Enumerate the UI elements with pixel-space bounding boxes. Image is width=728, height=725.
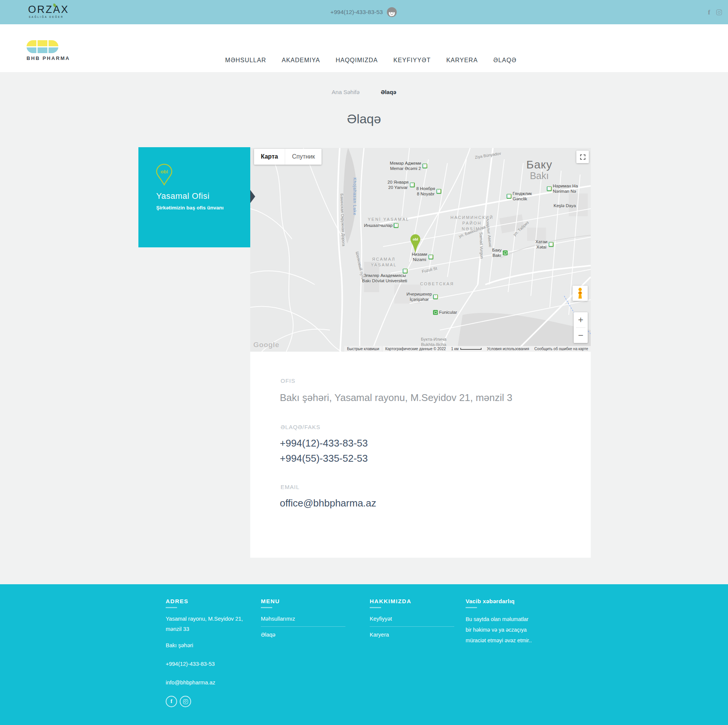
map-label-baku-rail: БакуBakı (492, 248, 508, 258)
breadcrumb-home[interactable]: Ana Səhifə (332, 89, 359, 95)
contact-phone-2[interactable]: +994(55)-335-52-53 (280, 453, 368, 464)
footer-social: f (166, 696, 191, 707)
footer-about-column: HAKKIMIZDA Keyfiyyət Karyera (370, 584, 457, 725)
metro-icon: М (394, 223, 399, 228)
map-label-university: Элмляр АкадемиясыBakı Dövlət Universitet… (362, 273, 407, 283)
metro-icon: М (549, 242, 554, 247)
map-label-neriman: МНариман НаNəriman Nə (547, 184, 578, 194)
topbar: ORZAX SAĞLIĞA DEĞER +994(12)-433-83-53 f (0, 0, 728, 24)
footer-notice-text: Bu saytda olan məlumatlar bir həkimə və … (466, 614, 536, 646)
office-map-marker[interactable]: obl (410, 234, 420, 254)
map-label-icerisheher: ИчеришехерİçərişəhərМ (406, 292, 438, 302)
nav-item-keyfiyyet[interactable]: KEYFIYYƏT (394, 57, 431, 64)
menu-divider (370, 626, 454, 627)
marker-label: obl (413, 237, 418, 241)
metro-icon: М (436, 189, 441, 194)
map-city-label: Баку Bakı (526, 159, 552, 181)
terms-link[interactable]: Условия использования (487, 347, 529, 351)
office-card: obl Yasamal Ofisi Şirkətimizin baş ofis … (138, 147, 250, 247)
map-label-khojahasan-lake: Khojahasan Lake (353, 178, 357, 215)
nav-item-haqqimizda[interactable]: HAQQIMIZDA (336, 57, 378, 64)
funicular-icon (433, 310, 438, 315)
contact-phone-1[interactable]: +994(12)-433-83-53 (280, 437, 368, 449)
instagram-icon[interactable] (716, 9, 722, 15)
google-logo[interactable]: Google (253, 341, 279, 349)
footer-address-column: ADRES Yasamal rayonu, M.Seyidov 21, mənz… (166, 584, 255, 725)
heading-underline (261, 607, 272, 608)
facebook-icon[interactable]: f (708, 9, 710, 16)
report-error-link[interactable]: Сообщить об ошибке на карте (534, 347, 588, 351)
nav-item-elaqe[interactable]: ƏLAQƏ (493, 57, 516, 64)
zoom-out-button[interactable]: − (574, 328, 588, 343)
office-card-title: Yasamal Ofisi (156, 191, 210, 201)
metro-icon: М (422, 164, 427, 168)
zoom-in-button[interactable]: + (574, 312, 588, 327)
main-content: Ana Səhifə Əlaqə Əlaqə obl Yasamal Ofisi… (0, 72, 728, 584)
fullscreen-button[interactable] (576, 151, 589, 163)
nav-item-mehsullar[interactable]: MƏHSULLAR (225, 57, 266, 64)
facebook-icon[interactable]: f (166, 696, 177, 707)
contact-panel: OFIS Bakı şəhəri, Yasamal rayonu, M.Seyi… (250, 352, 591, 558)
office-address: Bakı şəhəri, Yasamal rayonu, M.Seyidov 2… (280, 392, 512, 404)
orzax-wordmark: ORZAX (28, 4, 69, 15)
orzax-logo[interactable]: ORZAX SAĞLIĞA DEĞER (28, 4, 69, 18)
page-title: Əlaqə (0, 112, 728, 126)
footer-about-heading: HAKKIMIZDA (370, 598, 411, 604)
map-label-kesle: Keşlə Daya (554, 203, 576, 209)
topbar-phone-number[interactable]: +994(12)-433-83-53 (330, 9, 383, 16)
city-label-ru: Баку (526, 159, 552, 171)
map-label-20yanvar: 20 Января20 YanvarМ (388, 180, 415, 190)
topbar-phone[interactable]: +994(12)-433-83-53 (330, 0, 397, 24)
instagram-icon[interactable] (180, 696, 191, 707)
bhb-pharma-logo[interactable]: BHB PHARMA (27, 40, 72, 61)
zoom-control: + − (574, 312, 588, 343)
heading-underline (370, 607, 381, 608)
header: BHB PHARMA MƏHSULLAR AKADEMIYA HAQQIMIZD… (0, 24, 728, 72)
breadcrumb-current: Əlaqə (381, 89, 396, 95)
railway-icon (503, 250, 508, 255)
city-label-az: Bakı (526, 171, 552, 181)
map-type-satellite-button[interactable]: Спутник (285, 149, 322, 165)
map-data-note: Картографические данные © 2022 (383, 346, 449, 352)
orzax-tagline: SAĞLIĞA DEĞER (28, 16, 69, 18)
metro-icon: М (410, 182, 415, 187)
metro-icon: М (507, 194, 511, 199)
pegman-icon (577, 288, 584, 299)
footer-menu-heading: MENU (261, 598, 280, 604)
map-label-xetai: ХатаиXətaiМ (535, 239, 554, 250)
map-type-map-button[interactable]: Карта (254, 149, 285, 165)
map-embed[interactable]: Карта Спутник + − (250, 148, 591, 352)
map-label-funicular: Funicular (433, 310, 457, 315)
footer-menu-column: MENU Məhsullarımız Əlaqə (261, 584, 348, 725)
nav-item-akademiya[interactable]: AKADEMIYA (282, 57, 320, 64)
pill-icon (27, 40, 58, 53)
contact-email[interactable]: office@bhbpharma.az (280, 497, 376, 509)
footer-link-elaqe[interactable]: Əlaqə (261, 630, 275, 640)
pegman-button[interactable] (573, 286, 588, 301)
map-scale: 1 км (449, 346, 485, 352)
heading-underline (166, 607, 177, 608)
pin-label: obl (160, 169, 168, 175)
fullscreen-icon (580, 154, 585, 160)
heading-underline (466, 607, 477, 608)
footer-link-karyera[interactable]: Karyera (370, 630, 389, 640)
map-attribution: Быстрые клавиши Картографические данные … (344, 346, 591, 352)
footer-phone[interactable]: +994(12)-433-83-53 (166, 659, 215, 669)
office-card-subtitle: Şirkətimizin baş ofis ünvanı (156, 205, 224, 211)
footer-link-mehsullarimiz[interactable]: Məhsullarımız (261, 614, 295, 624)
map-pin-icon: obl (155, 163, 173, 187)
map-label-yasamal: ЯСАМАЛYASAMAL (371, 256, 397, 268)
map-type-control: Карта Спутник (254, 149, 322, 165)
keyboard-shortcuts-button[interactable]: Быстрые клавиши (344, 346, 382, 352)
metro-icon: М (428, 255, 433, 259)
footer-email[interactable]: info@bhbpharma.az (166, 678, 215, 688)
footer-notice-heading: Vacib xəbərdarlıq (466, 598, 515, 604)
nav-item-karyera[interactable]: KARYERA (446, 57, 478, 64)
footer-address-heading: ADRES (166, 598, 188, 604)
footer-notice-column: Vacib xəbərdarlıq Bu saytda olan məlumat… (466, 584, 538, 725)
map-label-genclik: МГянджликGənclik (507, 191, 532, 201)
main-nav: MƏHSULLAR AKADEMIYA HAQQIMIZDA KEYFIYYƏT… (225, 57, 516, 64)
footer-link-keyfiyyet[interactable]: Keyfiyyət (370, 614, 392, 624)
carousel-next-arrow[interactable] (250, 189, 255, 204)
footer-address-city: Bakı şəhəri (166, 640, 193, 651)
